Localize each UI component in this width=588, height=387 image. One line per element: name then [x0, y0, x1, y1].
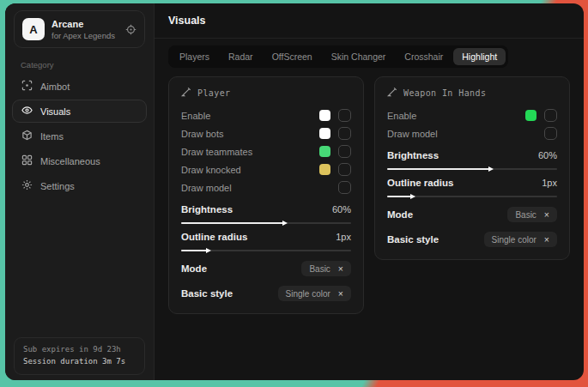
draw-teammates-checkbox[interactable] [338, 145, 351, 158]
sidebar-item-settings[interactable]: Settings [12, 174, 147, 197]
toggle-row-enable: Enable [181, 106, 351, 124]
slider-value: 1px [336, 232, 351, 242]
tab-highlight[interactable]: Highlight [453, 48, 506, 65]
slider-value: 60% [538, 150, 557, 160]
mode-row: Mode Basic × [181, 261, 351, 276]
sidebar-item-miscellaneous[interactable]: Miscellaneous [12, 149, 147, 172]
eye-icon [21, 105, 33, 118]
sidebar-item-label: Items [40, 131, 64, 142]
draw-model-checkbox[interactable] [338, 181, 351, 194]
slider-thumb[interactable] [488, 166, 494, 172]
slider-value: 1px [542, 178, 557, 188]
subscription-info: Sub expires in 9d 23h Session duration 3… [14, 337, 145, 375]
tab-offscreen[interactable]: OffScreen [264, 48, 321, 65]
page-title: Visuals [168, 15, 206, 27]
sidebar: A Arcane for Apex Legends Category [5, 3, 155, 380]
package-icon [21, 130, 33, 142]
toggle-row-draw-knocked: Draw knocked [181, 160, 351, 178]
color-swatch[interactable] [319, 128, 330, 139]
session-duration-text: Session duration 3m 7s [23, 356, 136, 368]
toggle-row-draw-bots: Draw bots [181, 124, 351, 142]
slider-thumb[interactable] [206, 248, 211, 253]
brightness-slider[interactable] [181, 222, 351, 224]
toggle-row-enable: Enable [387, 106, 557, 124]
basic-style-tag[interactable]: Single color × [278, 286, 351, 301]
main-header: Visuals [155, 3, 584, 39]
toggle-row-draw-model: Draw model [181, 178, 351, 197]
color-swatch[interactable] [319, 110, 330, 121]
enable-checkbox[interactable] [544, 109, 557, 122]
color-swatch[interactable] [319, 146, 330, 157]
mode-tag[interactable]: Basic × [301, 261, 351, 276]
brightness-slider-block: Brightness 60% [181, 204, 351, 224]
color-swatch[interactable] [319, 164, 330, 175]
player-panel: Player Enable Draw bots Draw teammates [168, 76, 364, 314]
mode-row: Mode Basic × [387, 207, 557, 222]
outline-radius-slider[interactable] [387, 196, 557, 197]
target-icon[interactable] [125, 24, 136, 35]
close-icon[interactable]: × [544, 210, 549, 220]
slider-value: 60% [332, 204, 351, 215]
sidebar-nav: Aimbot Visuals [12, 75, 147, 197]
gear-icon [21, 179, 33, 192]
outline-radius-slider-block: Outline radius 1px [181, 232, 351, 251]
panel-title: Player [197, 88, 231, 98]
basic-style-row: Basic style Single color × [387, 232, 557, 247]
tab-crosshair[interactable]: Crosshair [396, 48, 452, 65]
panel-title: Weapon In Hands [403, 88, 486, 98]
highlighter-icon [387, 87, 397, 99]
close-icon[interactable]: × [544, 235, 549, 245]
weapon-in-hands-panel: Weapon In Hands Enable Draw model Bright… [374, 76, 570, 260]
outline-radius-slider[interactable] [181, 250, 351, 251]
sidebar-item-label: Settings [40, 181, 75, 191]
sub-expires-text: Sub expires in 9d 23h [23, 344, 136, 356]
basic-style-row: Basic style Single color × [181, 286, 351, 301]
basic-style-tag[interactable]: Single color × [484, 232, 557, 247]
enable-checkbox[interactable] [338, 109, 351, 122]
app-title: Arcane [52, 19, 115, 29]
close-icon[interactable]: × [338, 289, 343, 299]
sidebar-item-label: Aimbot [40, 82, 70, 92]
slider-thumb[interactable] [282, 221, 288, 226]
brightness-slider-block: Brightness 60% [387, 150, 557, 170]
crosshair-icon [21, 80, 33, 93]
draw-model-checkbox[interactable] [544, 127, 557, 140]
color-swatch[interactable] [525, 110, 536, 121]
sidebar-item-aimbot[interactable]: Aimbot [12, 75, 147, 98]
tab-players[interactable]: Players [171, 48, 218, 65]
mode-tag[interactable]: Basic × [507, 207, 557, 222]
tab-skin-changer[interactable]: Skin Changer [323, 48, 395, 65]
sidebar-item-visuals[interactable]: Visuals [12, 100, 147, 123]
toggle-row-draw-teammates: Draw teammates [181, 142, 351, 160]
app-logo: A [22, 18, 45, 40]
tab-radar[interactable]: Radar [220, 48, 262, 65]
app-header: A Arcane for Apex Legends [14, 10, 145, 48]
sidebar-item-label: Visuals [40, 106, 70, 117]
draw-model-checkbox-player-knocked[interactable] [338, 163, 351, 176]
sidebar-item-label: Miscellaneous [40, 156, 100, 166]
toggle-row-draw-model: Draw model [387, 124, 557, 142]
close-icon[interactable]: × [338, 264, 343, 274]
slider-thumb[interactable] [410, 194, 415, 199]
desktop-background: A Arcane for Apex Legends Category [0, 0, 588, 387]
app-window: A Arcane for Apex Legends Category [5, 3, 584, 380]
draw-bots-checkbox[interactable] [338, 127, 351, 140]
sidebar-item-items[interactable]: Items [12, 124, 147, 148]
grid-icon [21, 154, 33, 167]
main-area: Visuals Players Radar OffScreen Skin Cha… [155, 3, 584, 380]
brightness-slider[interactable] [387, 168, 557, 170]
outline-radius-slider-block: Outline radius 1px [387, 178, 557, 197]
app-subtitle: for Apex Legends [52, 31, 115, 40]
visuals-tabbar: Players Radar OffScreen Skin Changer Cro… [168, 45, 508, 68]
highlighter-icon [181, 87, 191, 99]
highlight-content: Player Enable Draw bots Draw teammates [155, 68, 584, 323]
category-label: Category [21, 60, 138, 70]
